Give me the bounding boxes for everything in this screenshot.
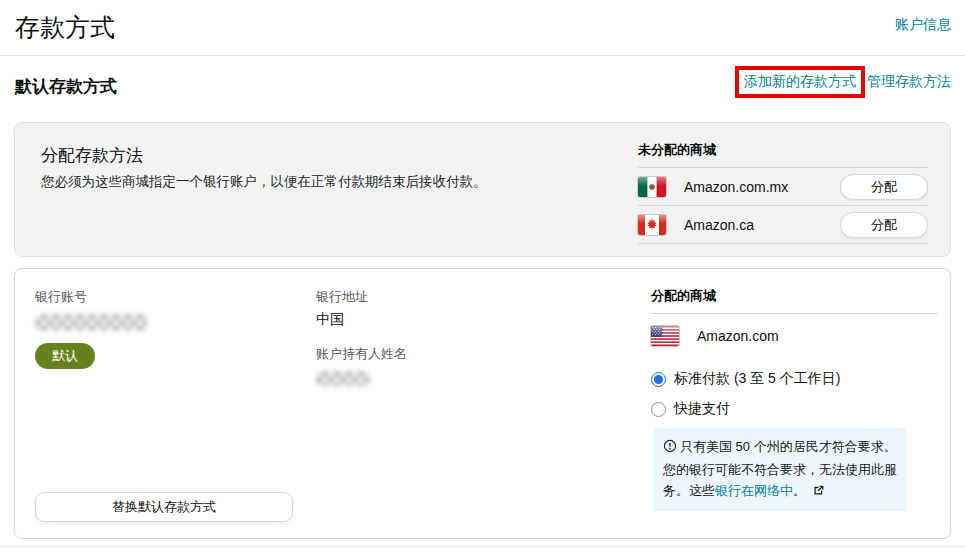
- default-deposit-card: 银行账号 默认 银行地址 中国 账户持有人姓名 分配的商城 Amazon.com…: [14, 268, 951, 539]
- eligibility-notice: 只有美国 50 个州的居民才符合要求。您的银行可能不符合要求，无法使用此服务。这…: [653, 428, 907, 511]
- banks-in-network-link[interactable]: 银行在网络中: [715, 483, 793, 498]
- bank-address-value: 中国: [316, 311, 407, 329]
- marketplace-row-canada: Amazon.ca 分配: [638, 206, 928, 244]
- us-flag-icon: [651, 326, 679, 346]
- radio-unselected-icon[interactable]: [651, 402, 666, 417]
- assign-button-mexico[interactable]: 分配: [840, 174, 928, 200]
- bank-account-column: 银行账号 默认: [35, 288, 147, 369]
- account-holder-name-redacted: [316, 371, 370, 386]
- marketplace-row-us: Amazon.com: [651, 314, 938, 358]
- payment-option-label: 标准付款 (3 至 5 个工作日): [674, 370, 840, 388]
- account-info-link[interactable]: 账户信息: [895, 16, 951, 34]
- page-bottom-divider: [0, 546, 965, 547]
- bank-account-number-redacted: [35, 314, 147, 331]
- assign-deposit-panel: 分配存款方法 您必须为这些商城指定一个银行账户，以便在正常付款期结束后接收付款。…: [14, 122, 951, 257]
- marketplace-name: Amazon.com.mx: [684, 179, 788, 195]
- highlight-annotation-box: 添加新的存款方式: [735, 66, 865, 98]
- section-links: 添加新的存款方式 管理存款方法: [735, 66, 951, 98]
- info-icon: [663, 438, 677, 459]
- mexico-flag-icon: [638, 177, 666, 197]
- canada-flag-icon: [638, 215, 666, 235]
- assign-panel-description: 您必须为这些商城指定一个银行账户，以便在正常付款期结束后接收付款。: [41, 173, 487, 191]
- section-title: 默认存款方式: [15, 75, 117, 98]
- bank-address-label: 银行地址: [316, 288, 407, 306]
- unassigned-marketplaces-header: 未分配的商城: [638, 135, 928, 168]
- marketplace-name: Amazon.com: [697, 328, 779, 344]
- assign-panel-title: 分配存款方法: [41, 144, 143, 167]
- assign-button-canada[interactable]: 分配: [840, 212, 928, 238]
- radio-selected-icon[interactable]: [651, 372, 666, 387]
- account-holder-label: 账户持有人姓名: [316, 345, 407, 363]
- add-deposit-method-link[interactable]: 添加新的存款方式: [744, 73, 856, 89]
- assigned-marketplaces-column: 分配的商城 Amazon.com 标准付款 (3 至 5 个工作日) 快捷支付 …: [651, 281, 938, 511]
- manage-deposit-methods-link[interactable]: 管理存款方法: [867, 73, 951, 91]
- unassigned-marketplaces-list: 未分配的商城 Amazon.com.mx 分配 Amazon.ca 分配: [638, 135, 928, 244]
- marketplace-name: Amazon.ca: [684, 217, 754, 233]
- page-title: 存款方式: [15, 11, 115, 44]
- assigned-marketplaces-header: 分配的商城: [651, 281, 938, 314]
- payment-option-express[interactable]: 快捷支付: [651, 400, 938, 418]
- replace-default-button[interactable]: 替换默认存款方式: [35, 492, 293, 522]
- payment-option-standard[interactable]: 标准付款 (3 至 5 个工作日): [651, 370, 938, 388]
- header-divider: [0, 55, 965, 56]
- payment-option-label: 快捷支付: [674, 400, 730, 418]
- external-link-icon[interactable]: [812, 482, 825, 503]
- notice-suffix: 。: [793, 483, 806, 498]
- bank-address-column: 银行地址 中国 账户持有人姓名: [316, 288, 407, 386]
- marketplace-row-mexico: Amazon.com.mx 分配: [638, 168, 928, 206]
- default-badge: 默认: [35, 343, 95, 369]
- bank-account-label: 银行账号: [35, 288, 147, 306]
